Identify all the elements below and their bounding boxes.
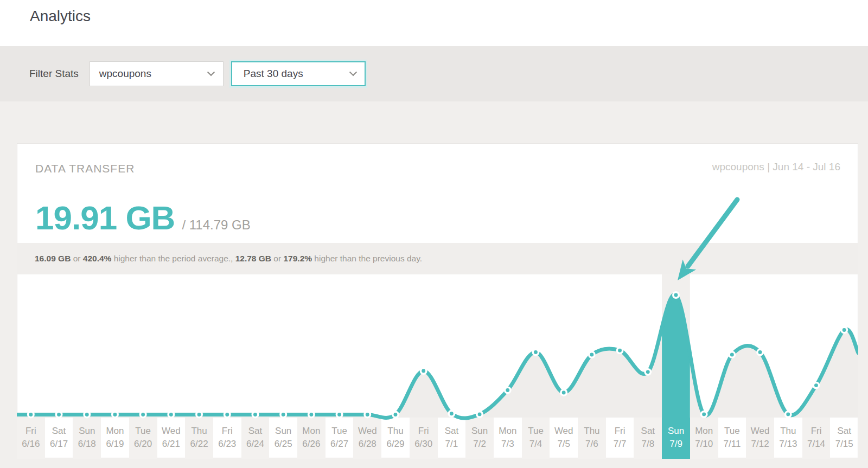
summary-strong-value: 12.78 GB bbox=[235, 254, 271, 263]
x-axis-label[interactable]: Thu6/29 bbox=[381, 418, 410, 459]
x-axis-labels: Fri6/16Sat6/17Sun6/18Mon6/19Tue6/20Wed6/… bbox=[17, 418, 858, 459]
area-fill bbox=[17, 294, 858, 418]
chevron-down-icon bbox=[349, 68, 357, 76]
card-meta: wpcoupons | Jun 14 - Jul 16 bbox=[712, 161, 840, 173]
summary-plain-text: or bbox=[271, 254, 283, 263]
x-axis-label[interactable]: Thu7/13 bbox=[774, 418, 802, 459]
chevron-down-icon bbox=[207, 68, 215, 76]
x-axis-label[interactable]: Sun6/18 bbox=[73, 418, 101, 459]
data-point-dot bbox=[673, 292, 679, 298]
x-axis-label[interactable]: Mon6/19 bbox=[101, 418, 129, 459]
x-axis-label[interactable]: Thu6/22 bbox=[185, 418, 213, 459]
day-name: Wed bbox=[353, 425, 381, 438]
data-point-dot bbox=[477, 412, 482, 417]
day-date: 6/27 bbox=[326, 438, 354, 451]
day-date: 7/10 bbox=[690, 438, 718, 451]
day-date: 6/21 bbox=[157, 438, 186, 451]
data-point-dot bbox=[561, 390, 566, 395]
day-name: Sat bbox=[45, 425, 73, 438]
x-axis-label[interactable]: Sat7/1 bbox=[438, 418, 466, 459]
data-point-dot bbox=[701, 412, 706, 417]
x-axis-label[interactable]: Wed7/5 bbox=[550, 418, 578, 459]
x-axis-label[interactable]: Sat6/24 bbox=[241, 418, 270, 459]
day-name: Sun bbox=[73, 425, 101, 438]
date-range-select[interactable]: Past 30 days bbox=[231, 61, 366, 86]
day-name: Wed bbox=[157, 425, 186, 438]
series-line bbox=[17, 294, 858, 418]
day-name: Tue bbox=[522, 425, 550, 438]
day-name: Fri bbox=[606, 425, 634, 438]
x-axis-label[interactable]: Fri6/23 bbox=[213, 418, 241, 459]
data-point-dot bbox=[813, 382, 819, 388]
filter-stats-label: Filter Stats bbox=[29, 68, 79, 80]
x-axis-label[interactable]: Sat7/15 bbox=[830, 418, 858, 459]
data-point-dot bbox=[393, 412, 398, 417]
day-name: Thu bbox=[774, 425, 802, 438]
day-name: Fri bbox=[410, 425, 438, 438]
x-axis-label[interactable]: Wed6/28 bbox=[353, 418, 381, 459]
day-name: Sat bbox=[241, 425, 270, 438]
x-axis-label[interactable]: Thu7/6 bbox=[578, 418, 606, 459]
x-axis-label[interactable]: Fri7/14 bbox=[802, 418, 831, 459]
day-name: Tue bbox=[326, 425, 354, 438]
x-axis-label[interactable]: Sat6/17 bbox=[45, 418, 73, 459]
x-axis-label[interactable]: Tue7/11 bbox=[718, 418, 746, 459]
day-name: Sat bbox=[830, 425, 858, 438]
day-name: Mon bbox=[690, 425, 718, 438]
day-name: Sat bbox=[438, 425, 466, 438]
data-point-dot bbox=[449, 411, 454, 416]
day-date: 6/24 bbox=[241, 438, 270, 451]
day-name: Mon bbox=[494, 425, 522, 438]
x-axis-label[interactable]: Mon6/26 bbox=[297, 418, 326, 459]
data-point-dot bbox=[225, 412, 230, 417]
x-axis-label[interactable]: Fri6/30 bbox=[410, 418, 438, 459]
data-point-dot bbox=[589, 352, 595, 357]
day-name: Sun bbox=[465, 425, 494, 438]
x-axis-label[interactable]: Mon7/10 bbox=[690, 418, 718, 459]
data-point-dot bbox=[757, 349, 763, 355]
page-header: Analytics bbox=[0, 0, 868, 46]
summary-bar: 16.09 GB or 420.4% higher than the perio… bbox=[17, 243, 858, 274]
filter-bar: Filter Stats wpcoupons Past 30 days bbox=[0, 46, 868, 101]
data-point-dot bbox=[420, 368, 426, 374]
day-date: 6/18 bbox=[73, 438, 101, 451]
site-filter-select[interactable]: wpcoupons bbox=[90, 61, 224, 86]
data-point-dot bbox=[168, 412, 174, 417]
day-date: 6/19 bbox=[101, 438, 129, 451]
day-date: 7/1 bbox=[438, 438, 466, 451]
highlight-column bbox=[662, 274, 690, 418]
data-point-dot bbox=[729, 352, 735, 357]
day-name: Tue bbox=[718, 425, 746, 438]
data-point-dot bbox=[309, 412, 314, 417]
day-name: Thu bbox=[381, 425, 410, 438]
x-axis-label[interactable]: Tue6/27 bbox=[326, 418, 354, 459]
data-point-dot bbox=[786, 412, 791, 417]
day-date: 7/7 bbox=[606, 438, 634, 451]
x-axis-label[interactable]: Mon7/3 bbox=[494, 418, 522, 459]
day-date: 7/4 bbox=[522, 438, 550, 451]
x-axis-label[interactable]: Sun6/25 bbox=[269, 418, 297, 459]
card-title: DATA TRANSFER bbox=[35, 162, 135, 175]
day-date: 6/30 bbox=[410, 438, 438, 451]
day-date: 7/9 bbox=[662, 438, 690, 451]
x-axis-label[interactable]: Sun7/2 bbox=[465, 418, 494, 459]
x-axis-label[interactable]: Wed6/21 bbox=[157, 418, 186, 459]
summary-strong-value: 16.09 GB bbox=[35, 254, 71, 263]
data-point-dot bbox=[645, 369, 650, 375]
x-axis-label[interactable]: Wed7/12 bbox=[746, 418, 774, 459]
data-point-dot bbox=[196, 412, 202, 417]
page-title: Analytics bbox=[30, 8, 91, 25]
x-axis-label[interactable]: Sun7/9 bbox=[662, 418, 690, 459]
x-axis-label[interactable]: Sat7/8 bbox=[634, 418, 662, 459]
day-date: 6/25 bbox=[269, 438, 297, 451]
summary-strong-value: 179.2% bbox=[283, 254, 312, 263]
data-point-dot bbox=[28, 412, 34, 417]
x-axis-label[interactable]: Fri7/7 bbox=[606, 418, 634, 459]
x-axis-label[interactable]: Tue7/4 bbox=[522, 418, 550, 459]
data-transfer-card: DATA TRANSFER wpcoupons | Jun 14 - Jul 1… bbox=[17, 143, 858, 458]
x-axis-label[interactable]: Fri6/16 bbox=[17, 418, 45, 459]
day-date: 6/26 bbox=[297, 438, 326, 451]
x-axis-label[interactable]: Tue6/20 bbox=[129, 418, 157, 459]
day-date: 6/16 bbox=[17, 438, 45, 451]
usage-value: 19.91 GB bbox=[35, 201, 175, 235]
